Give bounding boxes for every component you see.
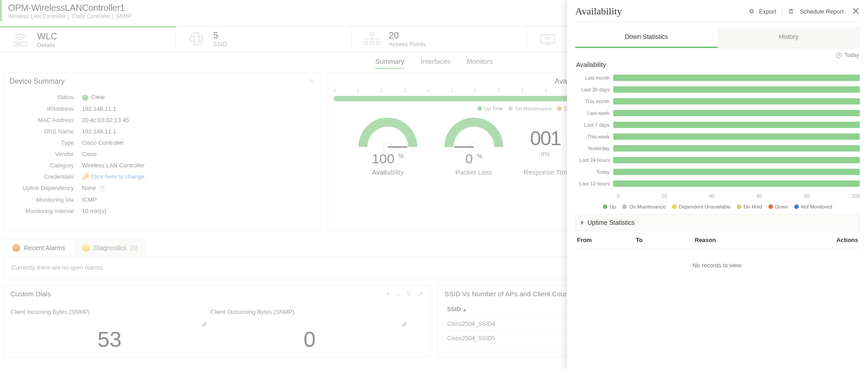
card-access-points[interactable]: 20Access Points — [351, 26, 527, 52]
chevron-right-icon — [581, 220, 584, 225]
gauge-packetloss: 0 % Packet Loss — [438, 118, 510, 176]
today-label[interactable]: Today — [844, 52, 859, 58]
chart-icon[interactable]: ◢ — [401, 319, 406, 327]
col-reason: Reason — [695, 237, 822, 243]
subtab-recent-alarms[interactable]: Recent Alarms — [4, 239, 74, 256]
tab-monitors[interactable]: Monitors — [467, 57, 493, 69]
tab-interfaces[interactable]: Interfaces — [420, 57, 450, 69]
close-icon[interactable]: ✕ — [852, 5, 860, 17]
change-credentials-link[interactable]: Click here to change — [91, 173, 145, 180]
tab-down-statistics[interactable]: Down Statistics — [575, 27, 718, 48]
card-wlc[interactable]: WLCDetails — [0, 26, 176, 52]
external-link-icon[interactable]: ⧉ — [749, 8, 754, 15]
edit-icon[interactable]: ✎ — [309, 77, 315, 85]
availability-sidepanel: Availability ⧉ Export | 🗓 Schedule Repor… — [567, 0, 868, 370]
device-summary-panel: Device Summary ✎ StatusClear IPAddress19… — [4, 72, 320, 231]
col-from: From — [577, 237, 636, 243]
svg-point-2 — [18, 43, 19, 44]
availability-chart: Last monthLast 30 daysThis monthLast wee… — [575, 72, 860, 190]
network-icon — [362, 29, 382, 48]
card-ssid[interactable]: 5SSID — [176, 26, 351, 52]
svg-rect-7 — [370, 33, 374, 35]
help-icon[interactable]: ? — [99, 185, 106, 192]
svg-point-4 — [190, 33, 203, 45]
wlc-icon — [11, 30, 30, 49]
status-ok-icon — [82, 95, 88, 101]
tab-summary[interactable]: Summary — [375, 57, 404, 69]
diagnostics-icon — [82, 244, 90, 252]
key-icon: 🔑 — [82, 173, 89, 180]
search-icon[interactable]: ⌕ — [396, 290, 400, 298]
svg-point-1 — [16, 43, 17, 44]
expand-icon[interactable]: ⤢ — [418, 290, 424, 298]
export-button[interactable]: Export — [759, 8, 776, 15]
col-actions: Actions — [822, 237, 858, 243]
refresh-icon[interactable]: ↻ — [406, 290, 412, 298]
svg-point-5 — [190, 36, 203, 42]
chart-title: Availability — [576, 61, 860, 68]
col-to: To — [636, 237, 695, 243]
globe-icon — [187, 29, 206, 48]
chart-icon[interactable]: ◢ — [201, 319, 206, 327]
tab-history[interactable]: History — [718, 27, 860, 48]
svg-rect-13 — [364, 42, 367, 44]
device-summary-title: Device Summary — [10, 77, 65, 85]
monitor-wifi-icon — [538, 29, 557, 48]
uptime-statistics-toggle[interactable]: Uptime Statistics — [575, 214, 860, 231]
calendar-icon[interactable]: 🗓 — [788, 8, 794, 15]
no-records-text: No records to view. — [575, 249, 860, 281]
svg-point-6 — [194, 33, 199, 45]
gauge-availability: 100 % Availability — [352, 118, 424, 176]
alarm-icon — [12, 244, 20, 252]
schedule-report-button[interactable]: Schedule Report — [800, 8, 844, 15]
clock-icon: 🕒 — [835, 52, 842, 58]
subtab-diagnostics[interactable]: Diagnostics(3) — [74, 239, 146, 256]
svg-rect-14 — [370, 42, 374, 44]
add-icon[interactable]: + — [386, 290, 390, 298]
svg-point-3 — [20, 43, 21, 44]
sidepanel-title: Availability — [575, 5, 622, 17]
custom-dials-panel: Custom Dials + ⌕ ↻ ⤢ Client Incoming Byt… — [4, 285, 430, 357]
response-time: 001 ms Response Tim — [524, 127, 567, 176]
svg-rect-15 — [377, 42, 380, 44]
